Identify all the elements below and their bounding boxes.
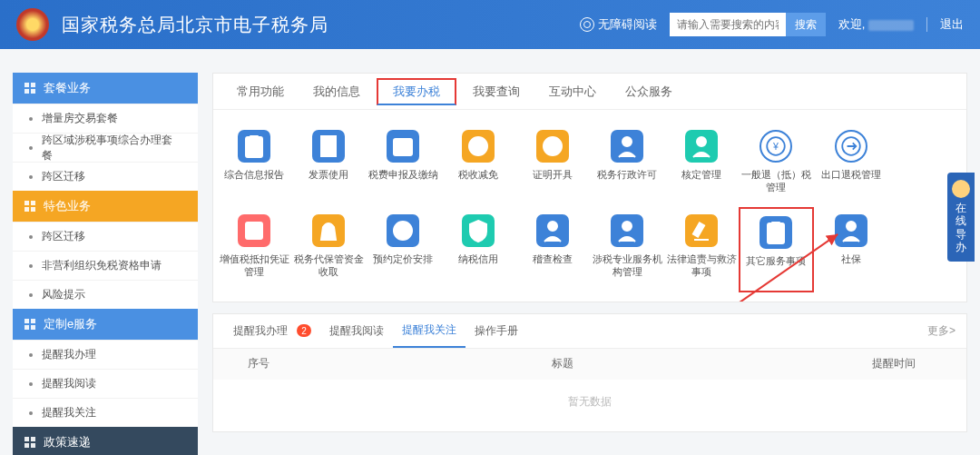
service-grid-item[interactable]: 预约定价安排 xyxy=(366,207,440,292)
service-grid: 综合信息报告发票使用税费申报及缴纳¥税收减免¥证明开具税务行政许可核定管理¥一般… xyxy=(213,110,966,302)
sidebar-item[interactable]: 跨区迁移 xyxy=(13,222,198,251)
person-icon xyxy=(835,214,867,247)
service-grid-item[interactable]: 增值税抵扣凭证管理 xyxy=(217,207,291,292)
user-icon xyxy=(24,318,36,331)
service-grid-item[interactable]: 综合信息报告 xyxy=(217,123,291,207)
service-label: 综合信息报告 xyxy=(224,168,284,192)
sidebar-item-label: 提醒我关注 xyxy=(42,405,96,420)
service-grid-item[interactable]: 稽查检查 xyxy=(515,207,590,292)
app-logo xyxy=(16,8,49,41)
main-tab[interactable]: 常用功能 xyxy=(222,74,299,109)
service-label: 税务行政许可 xyxy=(597,168,657,192)
float-help-widget[interactable]: 在 线 导 办 xyxy=(947,173,975,262)
sidebar-item[interactable]: 增量房交易套餐 xyxy=(13,104,198,133)
service-grid-item[interactable]: 社保 xyxy=(814,207,888,292)
reminder-tabs: 提醒我办理2提醒我阅读提醒我关注操作手册更多> xyxy=(213,314,966,349)
service-grid-item[interactable]: 其它服务事项 xyxy=(739,207,813,292)
service-grid-item[interactable]: ¥一般退（抵）税管理 xyxy=(739,123,813,207)
sidebar-item[interactable]: 非营利组织免税资格申请 xyxy=(13,251,198,280)
sidebar-item-label: 跨区域涉税事项综合办理套餐 xyxy=(42,133,181,163)
main-tab[interactable]: 互动中心 xyxy=(534,74,611,109)
reminder-tab[interactable]: 提醒我阅读 xyxy=(320,314,393,348)
username-blurred xyxy=(868,20,914,31)
service-label: 纳税信用 xyxy=(458,252,498,276)
main-tab[interactable]: 我要办税 xyxy=(377,78,456,105)
reminder-tab[interactable]: 操作手册 xyxy=(466,314,527,348)
reminder-table-header: 序号 标题 提醒时间 xyxy=(213,349,966,380)
reminder-tab[interactable]: 提醒我办理2 xyxy=(224,314,320,348)
float-l4: 办 xyxy=(956,241,966,253)
svg-point-44 xyxy=(847,222,856,231)
doc-icon xyxy=(24,436,36,449)
grid-icon xyxy=(24,200,36,213)
service-label: 证明开具 xyxy=(533,168,573,192)
service-grid-item[interactable]: ¥证明开具 xyxy=(515,123,590,207)
sidebar-group-header[interactable]: 政策速递 xyxy=(13,427,198,455)
sidebar-item[interactable]: 风险提示 xyxy=(13,280,198,309)
svg-rect-4 xyxy=(24,201,29,205)
svg-rect-40 xyxy=(693,223,704,236)
person-icon xyxy=(611,214,643,247)
sidebar: 套餐业务增量房交易套餐跨区域涉税事项综合办理套餐跨区迁移特色业务跨区迁移非营利组… xyxy=(13,73,198,455)
service-grid-item[interactable]: 涉税专业服务机构管理 xyxy=(590,207,664,292)
clipboard-icon xyxy=(760,216,792,249)
search-button[interactable]: 搜索 xyxy=(786,13,826,36)
sidebar-item[interactable]: 跨区域涉税事项综合办理套餐 xyxy=(13,133,198,162)
svg-rect-8 xyxy=(24,319,29,323)
sidebar-group-header[interactable]: 定制e服务 xyxy=(13,309,198,340)
svg-rect-43 xyxy=(771,222,780,226)
float-text: 在 线 导 办 xyxy=(956,202,966,254)
export-icon xyxy=(835,130,867,163)
service-label: 出口退税管理 xyxy=(821,168,881,192)
col-seq: 序号 xyxy=(213,356,304,371)
accessible-reading-link[interactable]: 无障碍阅读 xyxy=(580,16,657,33)
sidebar-item-label: 提醒我阅读 xyxy=(42,376,96,391)
search-box: 搜索 xyxy=(670,13,826,36)
svg-rect-7 xyxy=(31,207,35,212)
main-tab[interactable]: 公众服务 xyxy=(611,74,687,109)
service-grid-item[interactable]: 纳税信用 xyxy=(441,207,515,292)
svg-point-36 xyxy=(257,229,260,232)
reminder-tab-label: 提醒我阅读 xyxy=(329,323,384,339)
search-input[interactable] xyxy=(670,13,786,36)
svg-rect-18 xyxy=(250,135,259,140)
service-label: 核定管理 xyxy=(681,168,721,192)
main-tab[interactable]: 我要查询 xyxy=(458,74,534,109)
coin-icon: ¥ xyxy=(462,130,495,163)
service-label: 一般退（抵）税管理 xyxy=(740,168,811,194)
person-icon xyxy=(685,130,718,163)
clipboard-icon xyxy=(238,130,270,163)
service-grid-item[interactable]: ¥税收减免 xyxy=(441,123,515,207)
service-grid-item[interactable]: 税务行政许可 xyxy=(590,123,664,207)
bag-icon xyxy=(312,214,345,247)
sidebar-item[interactable]: 跨区迁移 xyxy=(13,162,198,191)
clock-icon xyxy=(387,214,419,247)
more-link[interactable]: 更多> xyxy=(927,323,956,339)
logout-link[interactable]: 退出 xyxy=(940,16,964,33)
sidebar-group-header[interactable]: 套餐业务 xyxy=(13,73,198,104)
service-grid-item[interactable]: 税务代保管资金收取 xyxy=(291,207,366,292)
reminder-tab[interactable]: 提醒我关注 xyxy=(393,314,466,348)
svg-point-39 xyxy=(622,222,632,231)
sidebar-item[interactable]: 提醒我关注 xyxy=(13,398,198,427)
grid-icon xyxy=(24,82,36,94)
services-card: 常用功能我的信息我要办税我要查询互动中心公众服务 综合信息报告发票使用税费申报及… xyxy=(212,73,967,302)
app-header: 国家税务总局北京市电子税务局 无障碍阅读 搜索 欢迎, 退出 xyxy=(0,0,980,49)
svg-point-35 xyxy=(253,229,256,232)
accessible-label: 无障碍阅读 xyxy=(598,16,657,33)
sidebar-item[interactable]: 提醒我办理 xyxy=(13,340,198,369)
sidebar-group-title: 政策速递 xyxy=(44,434,91,450)
app-title: 国家税务总局北京市电子税务局 xyxy=(62,13,328,37)
service-grid-item[interactable]: 核定管理 xyxy=(664,123,739,207)
receipt-icon xyxy=(312,130,345,163)
sidebar-item-label: 风险提示 xyxy=(42,287,85,302)
service-grid-item[interactable]: 出口退税管理 xyxy=(814,123,888,207)
service-grid-item[interactable]: 税费申报及缴纳 xyxy=(366,123,440,207)
main-tab[interactable]: 我的信息 xyxy=(299,74,375,109)
service-grid-item[interactable]: 发票使用 xyxy=(291,123,366,207)
sidebar-group-header[interactable]: 特色业务 xyxy=(13,191,198,222)
service-grid-item[interactable]: 法律追责与救济事项 xyxy=(664,207,739,292)
sidebar-item[interactable]: 提醒我阅读 xyxy=(13,369,198,398)
svg-rect-3 xyxy=(31,89,35,94)
person-icon xyxy=(611,130,643,163)
